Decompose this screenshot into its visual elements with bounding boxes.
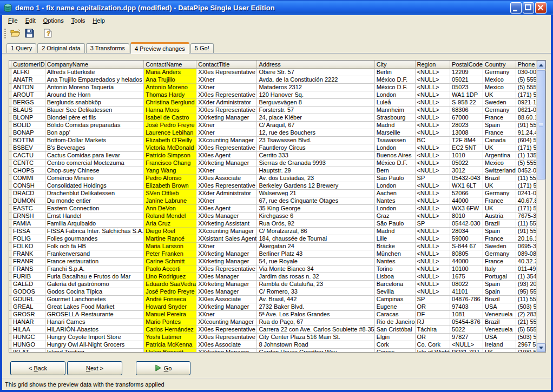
cell-CompanyName[interactable]: Eastern Connection (45, 205, 144, 212)
cell-PostalCode[interactable]: 59000 (450, 235, 483, 243)
row-selector[interactable] (9, 190, 11, 197)
cell-Address[interactable]: Rambla de Cataluña, 23 (257, 281, 374, 288)
row-selector[interactable] (9, 296, 11, 303)
cell-Country[interactable]: Mexico (483, 76, 516, 84)
minimize-button[interactable] (510, 2, 522, 14)
cell-Phone[interactable]: (95) 555 82 82 (516, 288, 536, 296)
cell-PostalCode[interactable]: <NULL> (450, 341, 483, 349)
cell-Region[interactable]: <NULL> (416, 243, 451, 250)
cell-ContactTitle[interactable]: XXles Representative (196, 69, 257, 76)
cell-Address[interactable]: Forsterstr. 57 (257, 107, 374, 114)
cell-Region[interactable]: <NULL> (416, 69, 451, 76)
cell-Country[interactable]: Brazil (483, 296, 516, 303)
cell-ContactTitle[interactable]: XXles Agent (196, 205, 257, 212)
cell-ContactTitle[interactable]: XXrketing Manager (196, 258, 257, 265)
cell-CustomerID[interactable]: BOLID (11, 122, 45, 129)
cell-PostalCode[interactable]: 41101 (450, 288, 483, 296)
cell-Address[interactable]: Berkeley Gardens 12 Brewery (257, 182, 374, 190)
cell-Address[interactable]: C/ Moralzarzal, 86 (257, 228, 374, 235)
cell-ContactName[interactable]: SVen Ottlieb (144, 190, 196, 197)
cell-Region[interactable]: <NULL> (416, 190, 451, 197)
cell-Address[interactable]: Mataderos 2312 (257, 84, 374, 91)
cell-Address[interactable]: Jardim das rosas n. 32 (257, 273, 374, 281)
menu-item-file[interactable]: File (4, 16, 22, 25)
cell-Country[interactable]: France (483, 258, 516, 265)
cell-ContactTitle[interactable]: XXles Agent (196, 152, 257, 160)
row-selector[interactable] (9, 303, 11, 311)
tab-2-original-data[interactable]: 2 Original data (37, 43, 85, 53)
cell-ContactTitle[interactable]: XXles Associate (196, 341, 257, 349)
cell-CompanyName[interactable]: Frankenversand (45, 250, 144, 258)
cell-CompanyName[interactable]: Ana Trujillo Emparedados y helados (45, 76, 144, 84)
cell-ContactName[interactable]: Ann DeVon (144, 205, 196, 212)
vertical-scrollbar[interactable] (536, 61, 545, 352)
cell-ContactName[interactable]: Janine Labrune (144, 197, 196, 205)
cell-Address[interactable]: Garden House Crowther Way (257, 349, 374, 352)
cell-ContactTitle[interactable]: XXrketing Manager (196, 349, 257, 352)
cell-City[interactable]: Lille (375, 235, 416, 243)
cell-PostalCode[interactable]: PO31 7PJ (450, 349, 483, 352)
cell-ContactTitle[interactable]: XXles Manager (196, 212, 257, 220)
cell-ContactTitle[interactable]: XXcounting Manager (196, 318, 257, 326)
cell-City[interactable]: Eugene (375, 303, 416, 311)
cell-Country[interactable]: Venezuela (483, 311, 516, 318)
cell-Phone[interactable]: 0921-12 34 65 (516, 99, 536, 107)
cell-CompanyName[interactable]: Berglunds snabbköp (45, 99, 144, 107)
row-selector[interactable] (9, 182, 11, 190)
cell-CompanyName[interactable]: Alfreds Futterkiste (45, 69, 144, 76)
cell-City[interactable]: Rio de Janeiro (375, 318, 416, 326)
cell-Country[interactable]: Brazil (483, 175, 516, 182)
row-selector[interactable] (9, 69, 11, 76)
cell-Region[interactable]: <NULL> (416, 250, 451, 258)
cell-PostalCode[interactable]: 1010 (450, 152, 483, 160)
cell-CustomerID[interactable]: CACTU (11, 152, 45, 160)
cell-CompanyName[interactable]: Bólido Comidas preparadas (45, 122, 144, 129)
cell-CompanyName[interactable]: GROSELLA-Restaurante (45, 311, 144, 318)
cell-Region[interactable]: RJ (416, 318, 451, 326)
cell-Region[interactable]: <NULL> (416, 160, 451, 167)
cell-ContactTitle[interactable]: XXles Representative (196, 182, 257, 190)
tab-4-preview-changes[interactable]: 4 Preview changes (130, 42, 189, 54)
cell-Phone[interactable]: 089-0877310 (516, 250, 536, 258)
cell-CustomerID[interactable]: GOURL (11, 296, 45, 303)
cell-CustomerID[interactable]: GODOS (11, 288, 45, 296)
cell-CustomerID[interactable]: FRANK (11, 250, 45, 258)
row-selector[interactable] (9, 197, 11, 205)
cell-Address[interactable]: Avda. de la Constitución 2222 (257, 76, 374, 84)
row-selector[interactable] (9, 341, 11, 349)
cell-CompanyName[interactable]: Hungry Owl All-Night Grocers (45, 341, 144, 349)
cell-ContactName[interactable]: Roland Mendel (144, 212, 196, 220)
cell-Country[interactable]: USA (483, 334, 516, 341)
cell-Phone[interactable]: 40.67.88.88 (516, 197, 536, 205)
go-button[interactable]: Go (136, 361, 190, 375)
cell-Phone[interactable]: 0452-076545 (516, 167, 536, 175)
row-selector[interactable] (9, 160, 11, 167)
cell-ContactTitle[interactable]: XXles Representative (196, 144, 257, 152)
cell-Phone[interactable]: (1) 135-5555 (516, 152, 536, 160)
cell-PostalCode[interactable]: 5022 (450, 326, 483, 334)
cell-Region[interactable]: <NULL> (416, 129, 451, 137)
cell-PostalCode[interactable]: 68306 (450, 107, 483, 114)
cell-City[interactable]: Aachen (375, 190, 416, 197)
cell-City[interactable]: Strasbourg (375, 114, 416, 122)
cell-Address[interactable]: 54, rue Royale (257, 258, 374, 265)
cell-ContactName[interactable]: Ana Trujillo (144, 76, 196, 84)
row-selector[interactable] (9, 91, 11, 99)
row-selector[interactable] (9, 258, 11, 265)
cell-Country[interactable]: Germany (483, 250, 516, 258)
cell-ContactName[interactable]: Peter Franken (144, 250, 196, 258)
cell-City[interactable]: Cork (375, 341, 416, 349)
cell-Phone[interactable]: 2967 542 (516, 341, 536, 349)
cell-CustomerID[interactable]: CENTC (11, 160, 45, 167)
cell-CustomerID[interactable]: DUMON (11, 197, 45, 205)
cell-PostalCode[interactable]: 67000 (450, 114, 483, 122)
cell-City[interactable]: Buenos Aires (375, 152, 416, 160)
cell-ContactName[interactable]: Christina Berglund (144, 99, 196, 107)
cell-PostalCode[interactable]: 80805 (450, 250, 483, 258)
cell-CompanyName[interactable]: B's Beverages (45, 144, 144, 152)
row-selector[interactable] (9, 175, 11, 182)
cell-ContactTitle[interactable]: XXner (196, 129, 257, 137)
cell-CompanyName[interactable]: Cactus Comidas para llevar (45, 152, 144, 160)
cell-Country[interactable]: Italy (483, 265, 516, 273)
cell-Address[interactable]: Av. dos Lusíadas, 23 (257, 175, 374, 182)
